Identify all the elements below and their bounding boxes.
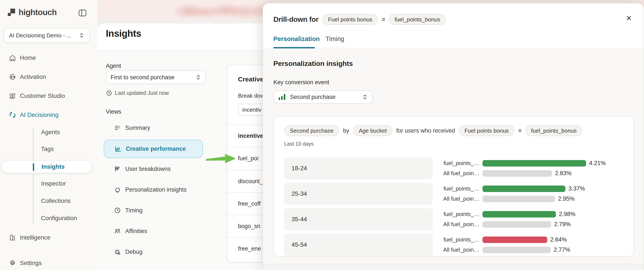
bar-chart-icon bbox=[278, 94, 285, 100]
page-title: Insights bbox=[106, 28, 141, 39]
personalization-icon bbox=[114, 186, 121, 194]
view-item-user-breakdowns[interactable]: User breakdowns bbox=[104, 162, 203, 176]
filter-value-pill: fuel_points_bonus bbox=[389, 14, 446, 25]
agent-label: Agent bbox=[106, 63, 121, 69]
chart-query-row: Second purchase by Age bucket for users … bbox=[284, 125, 582, 136]
metric-pill[interactable]: Second purchase bbox=[284, 125, 339, 136]
bar-25-34-treatment bbox=[482, 186, 566, 192]
debug-icon bbox=[114, 248, 121, 256]
bar-45-54-treatment bbox=[482, 236, 547, 243]
dimension-pill[interactable]: Age bucket bbox=[353, 125, 392, 136]
sidebar-collapse-icon[interactable] bbox=[78, 8, 87, 18]
ai-decisioning-icon bbox=[9, 111, 16, 119]
sidebar-item-ai-decisioning[interactable]: AI Decisioning bbox=[0, 108, 98, 122]
sidebar-item-inspector[interactable]: Inspector bbox=[0, 178, 98, 190]
chart-row-25-34: 25-34fuel_points_… 3.37%All fuel_poin… 2… bbox=[274, 183, 634, 205]
drawer-body: Personalization insights Key conversion … bbox=[263, 49, 644, 264]
last-updated: Last updated Just now bbox=[106, 90, 169, 96]
chevron-updown-icon bbox=[362, 94, 368, 100]
drawer-header: Drill-down for Fuel points bonus = fuel_… bbox=[263, 4, 644, 48]
intelligence-icon bbox=[9, 234, 16, 242]
creative-performance-icon bbox=[114, 145, 122, 153]
view-item-personalization-insights[interactable]: Personalization insights bbox=[104, 182, 203, 197]
home-icon bbox=[9, 54, 16, 62]
bar-value: 2.95% bbox=[558, 196, 575, 202]
series-label: fuel_points_… bbox=[410, 185, 480, 192]
last-updated-text: Last updated Just now bbox=[115, 90, 169, 96]
affinities-icon bbox=[114, 227, 121, 235]
drawer-title-row: Drill-down for Fuel points bonus = fuel_… bbox=[274, 14, 446, 26]
creative-card-title: Creative bbox=[238, 76, 264, 83]
series-label: All fuel_poin… bbox=[410, 170, 480, 177]
active-tab-underline bbox=[274, 47, 315, 48]
equals-sign: = bbox=[518, 128, 522, 134]
category-label: 35-44 bbox=[292, 216, 307, 223]
sidebar-item-activation[interactable]: Activation bbox=[0, 70, 98, 84]
view-item-affinities[interactable]: Affinities bbox=[104, 224, 203, 238]
chevron-updown-icon bbox=[79, 32, 84, 39]
settings-icon bbox=[9, 259, 16, 267]
customer-studio-icon bbox=[9, 92, 16, 100]
sidebar-item-customer-studio[interactable]: Customer Studio bbox=[0, 90, 98, 102]
tab-personalization[interactable]: Personalization bbox=[274, 36, 320, 42]
chart-row-35-44: 35-44fuel_points_… 2.98%All fuel_poin… 2… bbox=[274, 208, 634, 230]
annotation-arrow-icon bbox=[206, 152, 237, 166]
view-item-debug[interactable]: Debug bbox=[104, 244, 203, 259]
key-event-value: Second purchase bbox=[290, 94, 358, 100]
view-item-summary[interactable]: Summary bbox=[104, 120, 203, 135]
chart-row-18-24: 18-24fuel_points_… 4.21%All fuel_poin… 2… bbox=[274, 157, 634, 179]
filter-value-pill[interactable]: fuel_points_bonus bbox=[526, 125, 582, 136]
series-label: All fuel_poin… bbox=[410, 196, 480, 202]
chart-period: Last 10 days bbox=[284, 141, 314, 147]
bar-value: 2.64% bbox=[550, 236, 567, 243]
bar-18-24-baseline bbox=[482, 170, 552, 177]
workspace-name: AI Decisioning Demo - ... bbox=[9, 32, 79, 39]
clock-icon bbox=[106, 90, 112, 96]
series-label: fuel_points_… bbox=[410, 160, 480, 166]
breakdown-label: Break dow bbox=[238, 92, 264, 99]
sidebar-item-configuration[interactable]: Configuration bbox=[0, 212, 98, 224]
key-conversion-event-select[interactable]: Second purchase bbox=[274, 90, 373, 104]
filter-name-pill[interactable]: Fuel points bonus bbox=[459, 125, 514, 136]
connector-text: for users who received bbox=[396, 128, 455, 134]
series-label: All fuel_poin… bbox=[410, 246, 480, 253]
hightouch-logo-icon bbox=[8, 9, 16, 17]
bar-value: 2.98% bbox=[559, 211, 576, 218]
sidebar-item-agents[interactable]: Agents bbox=[0, 126, 98, 138]
series-label: fuel_points_… bbox=[410, 236, 480, 243]
bar-value: 4.21% bbox=[589, 160, 606, 166]
timing-icon bbox=[114, 206, 121, 214]
logo-row: hightouch bbox=[7, 7, 92, 19]
category-label: 45-54 bbox=[292, 241, 307, 248]
views-label: Views bbox=[106, 108, 121, 115]
bar-18-24-treatment bbox=[482, 160, 586, 166]
chevron-updown-icon bbox=[196, 74, 201, 81]
equals-sign: = bbox=[382, 16, 385, 23]
chart-row-45-54: 45-54fuel_points_… 2.64%All fuel_poin… 2… bbox=[274, 234, 634, 256]
bar-value: 3.37% bbox=[568, 185, 585, 192]
sidebar: hightouch AI Decisioning Demo - ... Home… bbox=[0, 0, 98, 270]
tab-timing[interactable]: Timing bbox=[326, 36, 344, 42]
workspace-select[interactable]: AI Decisioning Demo - ... bbox=[4, 28, 90, 43]
agent-select[interactable]: First to second purchase bbox=[106, 70, 206, 84]
view-item-timing[interactable]: Timing bbox=[104, 203, 203, 218]
user-breakdowns-icon bbox=[114, 165, 121, 173]
drilldown-drawer: Drill-down for Fuel points bonus = fuel_… bbox=[262, 3, 644, 270]
category-label: 18-24 bbox=[292, 165, 307, 172]
view-item-creative-performance[interactable]: Creative performance bbox=[104, 140, 203, 158]
by-text: by bbox=[343, 128, 349, 134]
sidebar-item-collections[interactable]: Collections bbox=[0, 195, 98, 207]
bar-35-44-treatment bbox=[482, 211, 556, 218]
key-conversion-event-label: Key conversion event bbox=[274, 79, 329, 86]
close-icon[interactable]: ✕ bbox=[624, 13, 634, 23]
sidebar-item-settings[interactable]: Settings bbox=[0, 256, 98, 270]
sidebar-item-intelligence[interactable]: Intelligence bbox=[0, 231, 98, 244]
sidebar-item-home[interactable]: Home bbox=[0, 52, 98, 64]
sidebar-item-tags[interactable]: Tags bbox=[0, 143, 98, 155]
app-root: hightouch AI Decisioning Demo - ... Home… bbox=[0, 0, 644, 270]
sidebar-item-insights[interactable]: Insights bbox=[2, 160, 92, 173]
bar-value: 2.77% bbox=[554, 246, 570, 253]
bar-45-54-baseline bbox=[482, 247, 551, 253]
drawer-footer bbox=[263, 264, 644, 270]
subnav-guide-line bbox=[33, 128, 34, 224]
